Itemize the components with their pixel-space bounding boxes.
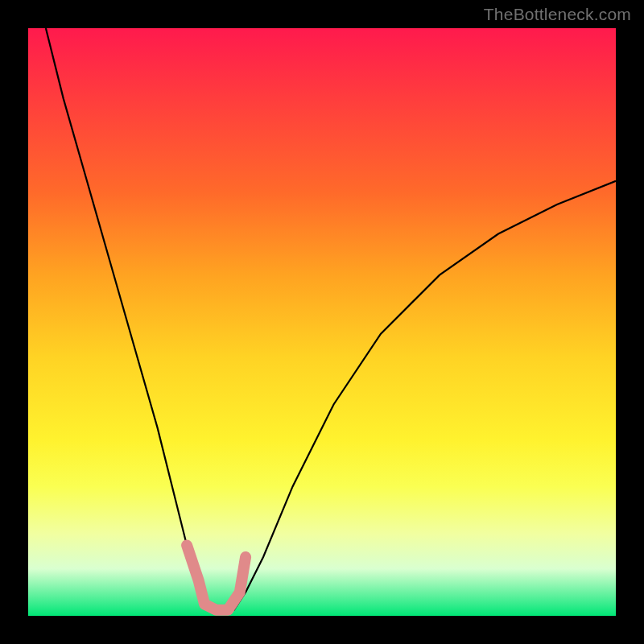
watermark-text: TheBottleneck.com bbox=[484, 5, 631, 24]
plot-area bbox=[28, 28, 616, 616]
chart-frame: TheBottleneck.com bbox=[0, 0, 644, 644]
bottleneck-curve-svg bbox=[28, 28, 616, 616]
bottleneck-curve bbox=[46, 28, 616, 613]
valley-marker bbox=[187, 545, 246, 609]
